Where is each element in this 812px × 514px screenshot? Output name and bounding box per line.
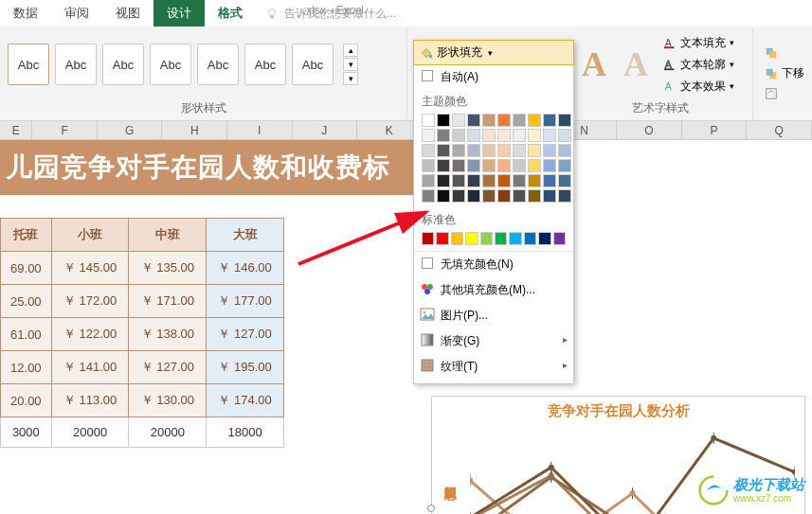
color-swatch[interactable] [451,232,463,245]
color-swatch[interactable] [543,144,556,157]
shape-style-preset-4[interactable]: Abc [150,44,191,85]
color-swatch[interactable] [513,114,526,127]
color-swatch[interactable] [437,144,450,157]
color-swatch[interactable] [513,129,526,142]
color-swatch[interactable] [452,174,465,187]
color-swatch[interactable] [422,144,435,157]
table-cell[interactable]: 61.00 [1,318,52,351]
color-swatch[interactable] [422,174,435,187]
color-swatch[interactable] [528,174,541,187]
color-swatch[interactable] [538,232,550,245]
text-effects-button[interactable]: A 文本效果 ▾ [659,77,738,97]
color-swatch[interactable] [480,232,493,245]
color-swatch[interactable] [553,232,566,245]
selection-pane-button[interactable] [761,85,808,102]
color-swatch[interactable] [495,232,507,245]
color-swatch[interactable] [497,174,511,187]
table-cell[interactable]: ￥ 122.00 [51,318,129,351]
tab-design[interactable]: 设计 [153,0,205,27]
shape-style-preset-6[interactable]: Abc [244,44,286,85]
color-swatch[interactable] [482,189,496,203]
color-swatch[interactable] [482,159,496,172]
shape-style-preset-5[interactable]: Abc [197,44,239,85]
table-cell[interactable]: 3000 [1,417,52,448]
color-swatch[interactable] [558,189,571,203]
table-header[interactable]: 中班 [129,219,207,252]
color-swatch[interactable] [482,144,496,157]
color-swatch[interactable] [467,129,480,142]
color-swatch[interactable] [543,114,556,127]
text-fill-button[interactable]: A 文本填充 ▾ [659,33,738,53]
color-swatch[interactable] [437,174,450,187]
color-swatch[interactable] [465,232,478,245]
column-header[interactable]: O [617,121,682,139]
color-swatch[interactable] [513,159,526,172]
color-swatch[interactable] [528,129,541,142]
chart-resize-handle[interactable] [427,505,435,512]
color-swatch[interactable] [543,129,556,142]
color-swatch[interactable] [497,129,511,142]
table-cell[interactable]: ￥ 174.00 [207,384,284,417]
color-swatch[interactable] [513,189,526,203]
color-swatch[interactable] [422,232,434,245]
fill-texture-item[interactable]: 纹理(T) ▸ [414,354,573,380]
table-cell[interactable]: 20.00 [1,384,52,417]
color-swatch[interactable] [452,144,465,157]
table-cell[interactable]: 20000 [129,417,207,448]
color-swatch[interactable] [437,189,450,203]
tab-review[interactable]: 审阅 [51,0,102,27]
table-cell[interactable]: ￥ 127.00 [129,351,207,384]
color-swatch[interactable] [528,189,541,203]
color-swatch[interactable] [513,144,526,157]
color-swatch[interactable] [482,114,496,127]
column-header[interactable]: P [682,121,748,139]
wordart-preset-2[interactable]: A [618,44,654,84]
color-swatch[interactable] [528,159,541,172]
color-swatch[interactable] [422,159,435,172]
color-swatch[interactable] [422,189,435,203]
style-prev-button[interactable]: ▴ [343,44,358,57]
table-cell[interactable]: ￥ 172.00 [51,285,129,318]
shape-style-preset-2[interactable]: Abc [55,44,97,85]
table-cell[interactable]: ￥ 127.00 [207,318,284,351]
table-cell[interactable]: ￥ 171.00 [129,285,207,318]
color-swatch[interactable] [513,174,526,187]
tab-view[interactable]: 视图 [102,0,153,27]
color-swatch[interactable] [543,189,556,203]
color-swatch[interactable] [482,129,496,142]
worksheet-area[interactable]: 儿园竞争对手在园人数和收费标 托班小班中班大班 69.00￥ 145.00￥ 1… [0,140,812,448]
send-backward-button[interactable]: 下移 [761,63,808,83]
shape-style-preset-1[interactable]: Abc [8,44,49,85]
color-swatch[interactable] [452,189,465,203]
color-swatch[interactable] [452,114,465,127]
color-swatch[interactable] [558,144,571,157]
table-cell[interactable]: ￥ 141.00 [51,351,129,384]
table-cell[interactable]: ￥ 177.00 [207,285,284,318]
color-swatch[interactable] [558,159,571,172]
color-swatch[interactable] [497,189,511,203]
color-swatch[interactable] [467,189,480,203]
column-header[interactable]: F [32,121,98,139]
shape-fill-button[interactable]: 形状填充 ▾ [413,40,574,65]
column-header[interactable]: I [227,121,293,139]
color-swatch[interactable] [543,159,556,172]
color-swatch[interactable] [497,114,511,127]
table-cell[interactable]: ￥ 145.00 [51,252,129,285]
table-cell[interactable]: ￥ 138.00 [129,318,207,351]
color-swatch[interactable] [558,129,571,142]
bring-forward-button[interactable] [761,44,808,62]
column-header[interactable]: G [98,121,163,139]
more-fill-colors-item[interactable]: 其他填充颜色(M)... [414,277,573,303]
table-header[interactable]: 托班 [1,219,52,252]
color-swatch[interactable] [543,174,556,187]
table-cell[interactable]: ￥ 195.00 [207,351,284,384]
column-header[interactable]: J [293,121,358,139]
table-cell[interactable]: 18000 [207,417,284,448]
color-swatch[interactable] [467,174,480,187]
color-swatch[interactable] [497,144,511,157]
table-header[interactable]: 大班 [207,219,284,252]
color-swatch[interactable] [452,129,465,142]
fill-auto-item[interactable]: 自动(A) [414,64,573,90]
table-cell[interactable]: ￥ 146.00 [207,252,284,285]
table-cell[interactable]: 12.00 [1,351,52,384]
